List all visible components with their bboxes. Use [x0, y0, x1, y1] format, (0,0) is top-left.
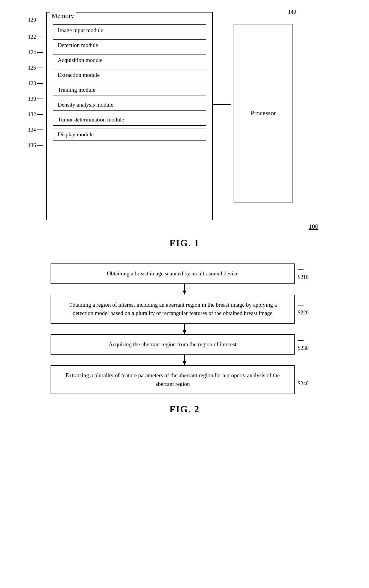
flow-ref-s220: S220	[295, 302, 318, 316]
ref-128-item: 128	[28, 76, 43, 91]
svg-marker-5	[183, 330, 186, 334]
fig1-title: FIG. 1	[170, 238, 200, 249]
flow-step-s240: Extracting a plurality of feature parame…	[51, 365, 318, 394]
flow-box-s210: Obtaining a breast image scanned by an u…	[51, 263, 295, 284]
left-ref-col: 120 122 124 126 128 130 132 134	[28, 15, 46, 153]
processor-wrapper: Processor 140	[234, 12, 293, 202]
arrow-3	[51, 355, 318, 365]
flowchart: Obtaining a breast image scanned by an u…	[51, 263, 318, 394]
flow-box-s240: Extracting a plurality of feature parame…	[51, 365, 295, 394]
down-arrow-svg-2	[181, 324, 188, 334]
flow-ref-s230: S230	[295, 338, 318, 351]
tick-134	[37, 130, 43, 130]
fig2-title: FIG. 2	[170, 404, 200, 415]
ref-130-item: 130	[28, 91, 43, 107]
module-box-0: Image input module	[53, 24, 206, 36]
processor-block: Processor	[234, 24, 293, 202]
ref-100: 100	[51, 223, 318, 230]
ref-136-item: 136	[28, 138, 43, 153]
module-box-2: Acquisition module	[53, 54, 206, 66]
down-arrow-svg-3	[181, 355, 188, 365]
ref-122-item: 122	[28, 29, 43, 45]
down-arrow-svg-1	[181, 284, 188, 295]
tick-128	[37, 83, 43, 84]
tick-132	[37, 114, 43, 115]
arrow-2	[51, 324, 318, 334]
ref-132-item: 132	[28, 107, 43, 122]
flow-step-s210: Obtaining a breast image scanned by an u…	[51, 263, 318, 284]
ref-140: 140	[288, 9, 296, 15]
processor-label: Processor	[251, 109, 276, 117]
module-box-5: Density analysis module	[53, 99, 206, 111]
ref-134-item: 134	[28, 122, 43, 138]
arrow-1	[51, 284, 318, 295]
flow-box-s230: Acquiring the aberrant region from the r…	[51, 334, 295, 355]
module-box-1: Detection module	[53, 39, 206, 51]
ref-arrow-s230	[298, 338, 307, 344]
ref-arrow-s210	[298, 267, 307, 273]
tick-124	[37, 52, 43, 53]
ref-120: 120	[28, 15, 43, 24]
flow-box-s220: Obtaining a region of interest including…	[51, 295, 295, 324]
memory-block: Memory Image input module Detection modu…	[46, 12, 213, 220]
tick-130	[37, 99, 43, 99]
module-box-3: Extraction module	[53, 69, 206, 81]
tick-136	[37, 145, 43, 146]
connector-line	[213, 104, 231, 105]
tick-122	[37, 37, 43, 37]
connector	[213, 104, 234, 105]
module-box-7: Display module	[53, 129, 206, 141]
memory-label: Memory	[50, 12, 76, 20]
tick-120	[37, 20, 43, 20]
module-box-4: Training module	[53, 84, 206, 96]
fig2-container: Obtaining a breast image scanned by an u…	[18, 263, 351, 418]
module-list: Image input module Detection module Acqu…	[53, 24, 206, 141]
fig1-diagram-row: 120 122 124 126 128 130 132 134	[28, 12, 341, 220]
ref-124-item: 124	[28, 45, 43, 60]
fig1-container: 120 122 124 126 128 130 132 134	[18, 12, 351, 252]
ref-arrow-s240	[298, 373, 307, 379]
flow-ref-s210: S210	[295, 267, 318, 280]
ref-arrow-s220	[298, 302, 307, 308]
svg-marker-2	[183, 291, 186, 295]
flow-ref-s240: S240	[295, 373, 318, 387]
ref-126-item: 126	[28, 60, 43, 76]
flow-step-s220: Obtaining a region of interest including…	[51, 295, 318, 324]
svg-marker-8	[183, 361, 186, 365]
tick-126	[37, 68, 43, 68]
flow-step-s230: Acquiring the aberrant region from the r…	[51, 334, 318, 355]
module-box-6: Tumor determination module	[53, 114, 206, 126]
